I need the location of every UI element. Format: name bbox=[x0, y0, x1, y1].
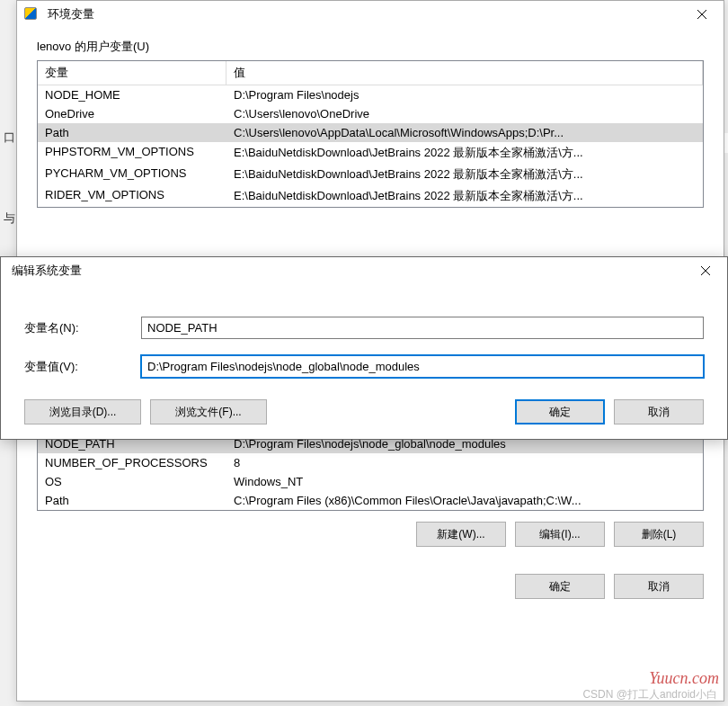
cancel-button[interactable]: 取消 bbox=[614, 574, 704, 599]
cell-value: E:\BaiduNetdiskDownload\JetBrains 2022 最… bbox=[226, 145, 703, 161]
cell-variable: PYCHARM_VM_OPTIONS bbox=[38, 166, 226, 183]
listbox-header: 变量 值 bbox=[38, 61, 703, 85]
close-icon bbox=[697, 10, 706, 19]
cell-variable: PHPSTORM_VM_OPTIONS bbox=[38, 145, 226, 161]
table-row[interactable]: RIDER_VM_OPTIONSE:\BaiduNetdiskDownload\… bbox=[38, 185, 703, 207]
user-vars-group-label: lenovo 的用户变量(U) bbox=[37, 39, 704, 55]
ok-button[interactable]: 确定 bbox=[515, 399, 605, 424]
column-header-value[interactable]: 值 bbox=[226, 61, 703, 85]
cell-value: C:\Users\lenovo\AppData\Local\Microsoft\… bbox=[226, 126, 703, 139]
cell-variable: Path bbox=[38, 494, 226, 507]
table-row[interactable]: NUMBER_OF_PROCESSORS8 bbox=[38, 453, 703, 472]
table-row[interactable]: NODE_HOMED:\Program Files\nodejs bbox=[38, 85, 703, 104]
table-row[interactable]: PYCHARM_VM_OPTIONSE:\BaiduNetdiskDownloa… bbox=[38, 164, 703, 185]
cell-value: E:\BaiduNetdiskDownload\JetBrains 2022 最… bbox=[226, 166, 703, 183]
cell-variable: NODE_HOME bbox=[38, 88, 226, 102]
cell-value: 8 bbox=[226, 456, 703, 469]
new-button[interactable]: 新建(W)... bbox=[416, 522, 506, 547]
cancel-button[interactable]: 取消 bbox=[614, 399, 704, 424]
edit-system-variable-dialog: 编辑系统变量 变量名(N): 变量值(V): 浏览目录(D)... 浏览文件(F… bbox=[0, 256, 728, 440]
cell-value: C:\Users\lenovo\OneDrive bbox=[226, 107, 703, 121]
table-row[interactable]: PHPSTORM_VM_OPTIONSE:\BaiduNetdiskDownlo… bbox=[38, 142, 703, 164]
variable-value-input[interactable] bbox=[141, 355, 704, 378]
table-row[interactable]: OneDriveC:\Users\lenovo\OneDrive bbox=[38, 104, 703, 123]
cell-value: E:\BaiduNetdiskDownload\JetBrains 2022 最… bbox=[226, 188, 703, 204]
variable-name-label: 变量名(N): bbox=[24, 320, 141, 336]
variable-value-label: 变量值(V): bbox=[24, 359, 141, 375]
env-dialog-titlebar: 环境变量 bbox=[17, 1, 724, 28]
variable-name-input[interactable] bbox=[141, 317, 704, 339]
cell-variable: RIDER_VM_OPTIONS bbox=[38, 188, 226, 204]
user-vars-listbox[interactable]: 变量 值 NODE_HOMED:\Program Files\nodejsOne… bbox=[38, 61, 703, 207]
browse-dir-button[interactable]: 浏览目录(D)... bbox=[24, 399, 141, 424]
column-header-variable[interactable]: 变量 bbox=[38, 61, 226, 85]
env-dialog-title: 环境变量 bbox=[44, 6, 684, 22]
cell-variable: OS bbox=[38, 475, 226, 488]
close-button[interactable] bbox=[684, 2, 720, 27]
browse-file-button[interactable]: 浏览文件(F)... bbox=[150, 399, 267, 424]
cell-value: C:\Program Files (x86)\Common Files\Orac… bbox=[226, 494, 703, 507]
cell-variable: NUMBER_OF_PROCESSORS bbox=[38, 456, 226, 469]
cell-variable: Path bbox=[38, 126, 226, 139]
shield-icon bbox=[24, 7, 39, 22]
edit-dialog-title: 编辑系统变量 bbox=[8, 263, 688, 279]
delete-button[interactable]: 删除(L) bbox=[614, 522, 704, 547]
edit-button[interactable]: 编辑(I)... bbox=[515, 522, 605, 547]
table-row[interactable]: OSWindows_NT bbox=[38, 472, 703, 491]
ok-button[interactable]: 确定 bbox=[515, 574, 605, 599]
edit-dialog-titlebar: 编辑系统变量 bbox=[1, 257, 727, 284]
table-row[interactable]: PathC:\Users\lenovo\AppData\Local\Micros… bbox=[38, 123, 703, 142]
cell-variable: OneDrive bbox=[38, 107, 226, 121]
table-row[interactable]: PathC:\Program Files (x86)\Common Files\… bbox=[38, 491, 703, 510]
close-icon bbox=[701, 266, 710, 275]
cell-value: Windows_NT bbox=[226, 475, 703, 488]
cell-value: D:\Program Files\nodejs bbox=[226, 88, 703, 102]
close-button[interactable] bbox=[688, 258, 724, 283]
